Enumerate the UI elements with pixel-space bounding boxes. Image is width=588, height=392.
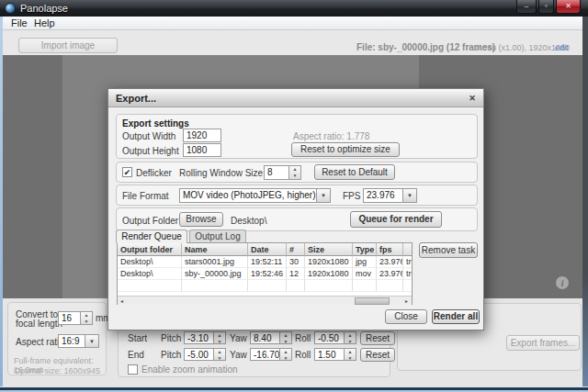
- start-roll-stepper[interactable]: ▲▼: [345, 331, 356, 344]
- maximize-button[interactable]: ▫: [538, 0, 554, 14]
- menu-bar: File Help: [3, 17, 582, 30]
- file-format-select[interactable]: MOV video (PhotoJPEG, higher): [179, 188, 317, 203]
- aspect-dropdown-icon[interactable]: ▼: [85, 334, 99, 348]
- end-roll-label: Roll: [295, 350, 311, 360]
- horizontal-scrollbar[interactable]: ◄ ►: [118, 296, 412, 305]
- reset-default-button[interactable]: Reset to Default: [314, 164, 395, 180]
- spin-down-icon[interactable]: ▼: [214, 355, 225, 362]
- fps-select[interactable]: 23.976: [363, 188, 403, 203]
- toolbar: Import image sequence... File: sby-_0000…: [3, 30, 582, 55]
- spin-down-icon[interactable]: ▼: [214, 339, 225, 345]
- zoom-animation-label: Enable zoom animation: [141, 364, 238, 375]
- menu-file[interactable]: File: [7, 17, 31, 28]
- focal-length-input[interactable]: 16: [58, 311, 81, 325]
- cell: [248, 280, 287, 292]
- cell: [305, 280, 353, 292]
- cell: [182, 280, 248, 292]
- edit-link[interactable]: edit: [555, 43, 569, 52]
- spin-up-icon[interactable]: ▲: [214, 349, 225, 355]
- file-format-dropdown-icon[interactable]: ▼: [317, 188, 331, 203]
- cell: 1920x1080: [305, 256, 353, 268]
- menu-help[interactable]: Help: [30, 17, 59, 28]
- spin-down-icon[interactable]: ▼: [289, 173, 300, 179]
- dialog-close-icon[interactable]: ✕: [467, 93, 478, 104]
- output-width-label: Output Width: [122, 131, 175, 141]
- spin-up-icon[interactable]: ▲: [345, 332, 356, 339]
- start-pitch-input[interactable]: -3.10: [184, 331, 214, 344]
- start-yaw-input[interactable]: 8.40: [250, 331, 280, 344]
- end-yaw-stepper[interactable]: ▲▼: [280, 348, 292, 361]
- file-format-group: File Format MOV video (PhotoJPEG, higher…: [116, 185, 478, 206]
- rolling-window-input[interactable]: 8: [264, 165, 289, 180]
- deflicker-label: Deflicker: [136, 168, 172, 178]
- end-roll-input[interactable]: 1.50: [314, 348, 345, 361]
- col-count[interactable]: #: [287, 243, 305, 256]
- cell: 19:52:11: [248, 256, 287, 268]
- export-settings-group: Export settings Output Width 1920 Aspect…: [116, 114, 478, 159]
- spin-down-icon[interactable]: ▼: [280, 339, 291, 345]
- start-reset-button[interactable]: Reset: [360, 331, 395, 345]
- tab-output-log[interactable]: Output Log: [189, 230, 246, 243]
- reset-optimize-size-button[interactable]: Reset to optimize size: [291, 142, 400, 157]
- spin-down-icon[interactable]: ▼: [345, 339, 356, 345]
- table-empty-row: [118, 280, 412, 292]
- cell: sby-_00000.jpg: [182, 268, 248, 280]
- end-yaw-input[interactable]: -16.70: [250, 348, 280, 361]
- cell: 30: [287, 256, 305, 268]
- col-type[interactable]: Type: [353, 243, 377, 256]
- minimize-button[interactable]: –: [516, 0, 537, 14]
- zoom-animation-checkbox[interactable]: [128, 364, 138, 375]
- export-frames-button[interactable]: Export frames...: [506, 335, 580, 351]
- spin-up-icon[interactable]: ▲: [214, 332, 225, 339]
- output-height-input[interactable]: 1080: [183, 143, 221, 157]
- dialog-close-button[interactable]: Close: [385, 309, 427, 324]
- spin-down-icon[interactable]: ▼: [280, 355, 291, 362]
- spin-up-icon[interactable]: ▲: [81, 312, 92, 319]
- aspect-ratio-note: Aspect ratio: 1.778: [293, 131, 369, 141]
- spin-up-icon[interactable]: ▲: [280, 349, 291, 355]
- col-size[interactable]: Size: [305, 243, 353, 256]
- queue-for-render-button[interactable]: Queue for render: [350, 211, 442, 228]
- start-pitch-stepper[interactable]: ▲▼: [214, 331, 226, 344]
- col-name[interactable]: Name: [182, 243, 248, 256]
- scrollbar-thumb[interactable]: [355, 297, 390, 305]
- col-extra[interactable]: [403, 243, 412, 256]
- end-pitch-stepper[interactable]: ▲▼: [214, 348, 226, 361]
- cell: [287, 280, 305, 292]
- spin-up-icon[interactable]: ▲: [280, 332, 291, 339]
- col-output-folder[interactable]: Output folder: [118, 243, 182, 256]
- aspect-ratio-select[interactable]: 16:9: [58, 334, 85, 348]
- table-row[interactable]: Desktop\ stars0001.jpg 19:52:11 30 1920x…: [118, 256, 412, 268]
- browse-button[interactable]: Browse: [179, 212, 223, 227]
- focal-length-label-2: focal length: [16, 319, 62, 329]
- render-all-button[interactable]: Render all: [432, 309, 480, 324]
- app-window: Panolapse – ▫ ✕ File Help Import image s…: [0, 0, 588, 392]
- start-roll-label: Roll: [295, 333, 311, 343]
- rolling-window-stepper[interactable]: ▲▼: [289, 165, 301, 180]
- scroll-left-icon[interactable]: ◄: [118, 297, 126, 305]
- spin-down-icon[interactable]: ▼: [345, 355, 356, 362]
- output-folder-label: Output Folder: [122, 216, 178, 226]
- remove-task-button[interactable]: Remove task: [419, 242, 478, 258]
- output-width-input[interactable]: 1920: [183, 129, 221, 142]
- start-yaw-stepper[interactable]: ▲▼: [280, 331, 292, 344]
- close-button[interactable]: ✕: [556, 0, 581, 14]
- col-fps[interactable]: fps: [377, 243, 403, 256]
- cell: Desktop\: [118, 268, 182, 280]
- spin-up-icon[interactable]: ▲: [345, 349, 356, 355]
- import-sequence-button[interactable]: Import image sequence...: [18, 38, 118, 53]
- end-reset-button[interactable]: Reset: [360, 348, 395, 362]
- end-roll-stepper[interactable]: ▲▼: [345, 348, 356, 361]
- fps-dropdown-icon[interactable]: ▼: [403, 188, 417, 203]
- spin-down-icon[interactable]: ▼: [81, 319, 92, 325]
- spin-up-icon[interactable]: ▲: [289, 166, 300, 173]
- start-roll-input[interactable]: -0.50: [314, 331, 345, 344]
- table-row[interactable]: Desktop\ sby-_00000.jpg 19:52:46 12 1920…: [118, 268, 412, 280]
- col-date[interactable]: Date: [248, 243, 287, 256]
- tab-render-queue[interactable]: Render Queue: [116, 230, 187, 243]
- end-pitch-input[interactable]: -5.00: [184, 348, 214, 361]
- info-icon[interactable]: i: [556, 276, 569, 289]
- deflicker-checkbox[interactable]: ✔: [122, 167, 132, 177]
- scroll-right-icon[interactable]: ►: [402, 297, 411, 305]
- focal-length-stepper[interactable]: ▲▼: [81, 311, 93, 325]
